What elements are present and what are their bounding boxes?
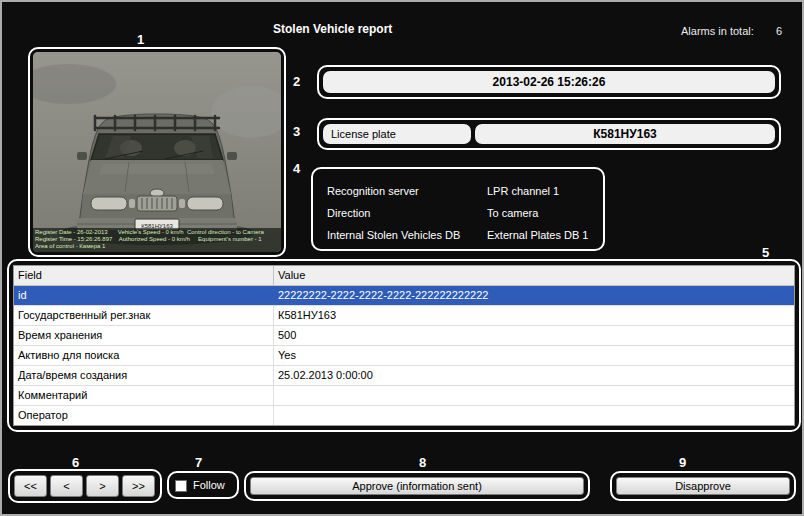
column-header-value: Value xyxy=(274,266,794,285)
recognition-info-panel: Recognition server LPR channel 1 Directi… xyxy=(315,171,601,247)
event-datetime-callout: 2013-02-26 15:26:26 xyxy=(317,65,781,99)
cell-value xyxy=(274,406,794,425)
cell-value: 500 xyxy=(274,326,794,345)
checkbox-icon xyxy=(175,480,187,492)
alarms-total-label: Alarms in total: xyxy=(681,25,754,37)
info-row-direction: Direction To camera xyxy=(327,202,589,224)
cell-field: Оператор xyxy=(14,406,274,425)
nav-buttons-callout: << < > >> xyxy=(8,469,162,503)
nav-next-button[interactable]: > xyxy=(86,475,119,497)
approve-button[interactable]: Approve (information sent) xyxy=(250,477,584,495)
info-label: Internal Stolen Vehicles DB xyxy=(327,229,487,241)
info-row-stolen-db: Internal Stolen Vehicles DB External Pla… xyxy=(327,224,589,246)
annotation-label-6: 6 xyxy=(72,455,79,470)
nav-last-button[interactable]: >> xyxy=(122,475,155,497)
cell-field: Время хранения xyxy=(14,326,274,345)
annotation-label-8: 8 xyxy=(419,455,426,470)
info-value: External Plates DB 1 xyxy=(487,229,589,241)
photo-overlay-line3: Area of control - Камера 1 xyxy=(35,243,279,250)
annotation-label-2: 2 xyxy=(293,74,300,89)
approve-callout: Approve (information sent) xyxy=(244,471,590,501)
info-label: Recognition server xyxy=(327,185,487,197)
nav-first-button[interactable]: << xyxy=(14,475,47,497)
vehicle-photo: К581НУ163 Register Date - 26-02-2013 Veh… xyxy=(33,52,281,252)
nav-prev-button[interactable]: < xyxy=(50,475,83,497)
annotation-label-1: 1 xyxy=(137,32,144,47)
disapprove-callout: Disapprove xyxy=(610,471,796,501)
table-row-regznak[interactable]: Государственный рег.знак К581НУ163 xyxy=(14,306,794,326)
cell-value xyxy=(274,386,794,405)
record-table-callout: Field Value id 22222222-2222-2222-2222-2… xyxy=(7,259,801,432)
cell-field: Государственный рег.знак xyxy=(14,306,274,325)
page-title: Stolen Vehicle report xyxy=(273,22,392,36)
license-plate-label: License plate xyxy=(323,124,471,144)
table-row-id[interactable]: id 22222222-2222-2222-2222-222222222222 xyxy=(14,286,794,306)
recognition-info-callout: Recognition server LPR channel 1 Directi… xyxy=(311,167,605,251)
license-plate-callout: License plate К581НУ163 xyxy=(317,118,781,150)
info-label: Direction xyxy=(327,207,487,219)
cell-field: Активно для поиска xyxy=(14,346,274,365)
cell-value: 25.02.2013 0:00:00 xyxy=(274,366,794,385)
column-header-field: Field xyxy=(14,266,274,285)
cell-field: id xyxy=(14,286,274,305)
cell-value: Yes xyxy=(274,346,794,365)
record-fields-table: Field Value id 22222222-2222-2222-2222-2… xyxy=(13,265,795,426)
alarms-total-count: 6 xyxy=(776,25,782,37)
table-row-storage-time[interactable]: Время хранения 500 xyxy=(14,326,794,346)
cell-value: К581НУ163 xyxy=(274,306,794,325)
info-value: To camera xyxy=(487,207,538,219)
table-row-operator[interactable]: Оператор xyxy=(14,406,794,426)
cell-field: Комментарий xyxy=(14,386,274,405)
follow-callout: Follow xyxy=(167,471,239,499)
table-row-active-search[interactable]: Активно для поиска Yes xyxy=(14,346,794,366)
cell-value: 22222222-2222-2222-2222-222222222222 xyxy=(274,286,794,305)
table-row-created[interactable]: Дата/время создания 25.02.2013 0:00:00 xyxy=(14,366,794,386)
vehicle-photo-illustration: К581НУ163 xyxy=(33,52,281,252)
license-plate-value: К581НУ163 xyxy=(475,124,775,144)
table-header-row: Field Value xyxy=(14,266,794,286)
vehicle-photo-callout: К581НУ163 Register Date - 26-02-2013 Veh… xyxy=(28,47,286,257)
info-value: LPR channel 1 xyxy=(487,185,559,197)
photo-overlay-line1: Register Date - 26-02-2013 Vehicle's Spe… xyxy=(35,229,279,236)
cell-field: Дата/время создания xyxy=(14,366,274,385)
annotation-label-5: 5 xyxy=(762,245,769,260)
annotation-label-3: 3 xyxy=(293,124,300,139)
photo-titles-overlay: Register Date - 26-02-2013 Vehicle's Spe… xyxy=(33,228,281,252)
info-row-recognition-server: Recognition server LPR channel 1 xyxy=(327,180,589,202)
photo-overlay-line2: Register Time - 15:26:26.897 Authorized … xyxy=(35,236,279,243)
annotation-label-4: 4 xyxy=(293,161,300,176)
disapprove-button[interactable]: Disapprove xyxy=(616,477,790,495)
event-datetime-field: 2013-02-26 15:26:26 xyxy=(323,71,775,93)
table-row-comment[interactable]: Комментарий xyxy=(14,386,794,406)
annotation-label-7: 7 xyxy=(195,455,202,470)
annotation-label-9: 9 xyxy=(679,455,686,470)
stolen-vehicle-report-window: Stolen Vehicle report Alarms in total: 6… xyxy=(0,0,804,516)
follow-checkbox[interactable]: Follow xyxy=(169,473,237,497)
follow-label: Follow xyxy=(193,479,225,491)
